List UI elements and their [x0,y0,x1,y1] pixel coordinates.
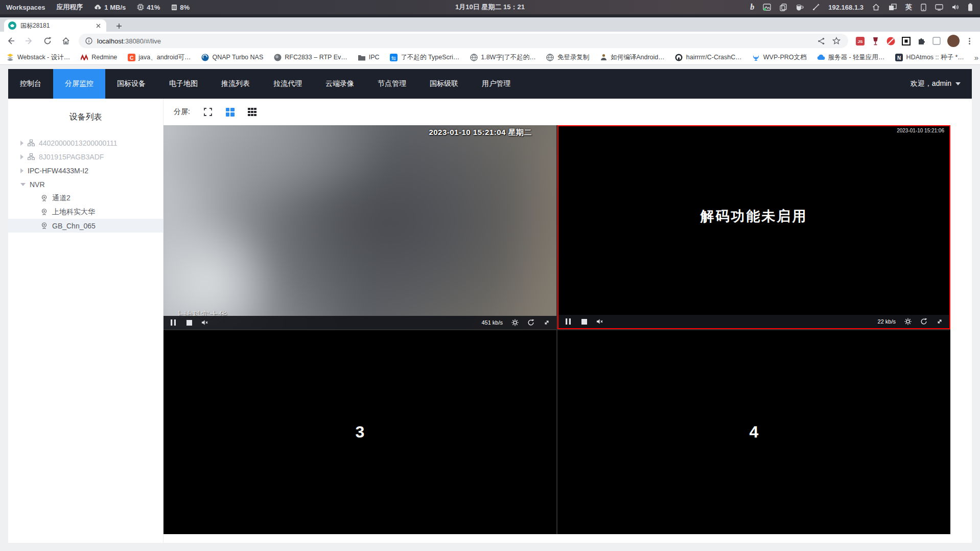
reload-button[interactable] [42,35,53,47]
tree-item-device[interactable]: IPC-HFW4433M-I2 [8,164,163,177]
content-panel: 设备列表 44020000013200000111 8J01915PAGB3AD… [8,99,972,543]
display-tray-icon[interactable] [935,4,943,11]
bookmark-item[interactable]: hairrrrr/C-CrashC… [675,53,742,61]
bookmark-item[interactable]: Webstack - 设计… [6,53,70,62]
video-cell-3[interactable]: 3 [164,330,556,534]
tree-item-device-expanded[interactable]: NVR [8,177,163,191]
wvp-icon [752,53,760,61]
extension-wine-icon[interactable] [871,36,880,45]
tree-item-device[interactable]: 44020000013200000111 [8,136,163,150]
back-button[interactable] [5,35,16,47]
bookmarks-overflow-chevron[interactable]: » [974,53,980,62]
stop-icon[interactable] [185,319,193,326]
refresh-icon[interactable] [527,319,534,326]
nav-tab-nodes[interactable]: 节点管理 [366,69,418,99]
applications-menu[interactable]: 应用程序 [56,3,83,12]
browser-tab[interactable]: 国标28181 [4,19,106,32]
bookmark-item[interactable]: WVP-PRO文档 [752,53,807,62]
site-info-icon[interactable] [85,37,93,45]
nav-tab-split-monitor[interactable]: 分屏监控 [53,69,105,99]
expand-arrow-icon[interactable] [20,154,24,159]
user-menu[interactable]: 欢迎，admin [911,69,972,99]
nav-tab-map[interactable]: 电子地图 [157,69,209,99]
clipboard-tray-icon[interactable] [780,4,787,11]
battery-tray-icon[interactable] [968,3,973,11]
search-tray-icon[interactable]: b [750,3,754,12]
player-control-bar: 451 kb/s [164,316,556,329]
cell-number: 4 [557,330,950,534]
volume-muted-icon[interactable] [596,318,603,325]
nav-tab-gb-devices[interactable]: 国标设备 [105,69,157,99]
bookmark-item[interactable]: IPC [358,53,380,61]
input-method-indicator[interactable]: 英 [905,3,912,12]
collapse-arrow-icon[interactable] [20,183,26,186]
bookmark-item[interactable]: N HDAtmos :: 种子 *… [895,53,964,62]
coffee-tray-icon[interactable] [796,4,804,11]
volume-tray-icon[interactable] [952,4,959,10]
bookmark-item[interactable]: RFC2833 – RTP Ev… [273,53,347,61]
nav-tab-push-list[interactable]: 推流列表 [209,69,262,99]
expand-arrow-icon[interactable] [20,168,24,173]
ip-address-indicator[interactable]: 192.168.1.3 [828,4,864,11]
workspaces-button[interactable]: Workspaces [6,4,45,11]
extension-puzzle-icon[interactable] [917,36,926,45]
nav-tab-users[interactable]: 用户管理 [470,69,522,99]
tab-close-icon[interactable] [94,21,102,30]
expand-icon[interactable] [543,319,550,326]
extension-js-icon[interactable]: JS [855,36,865,45]
nav-tab-cloud-record[interactable]: 云端录像 [314,69,366,99]
volume-muted-icon[interactable] [201,319,208,326]
net-speed-indicator[interactable]: 1 MB/s [94,4,126,11]
nav-tab-gb-cascade[interactable]: 国标级联 [418,69,470,99]
bookmark-item[interactable]: 服务器 - 轻量应用… [817,53,885,62]
cpu-indicator[interactable]: 41% [137,4,160,11]
decode-disabled-message: 解码功能未启用 [558,207,949,225]
tree-item-channel[interactable]: 上地科实大华 [8,205,163,219]
home-button[interactable] [60,35,72,47]
share-icon[interactable] [815,35,827,47]
bookmark-item[interactable]: 1.8W字|了不起的… [470,53,535,62]
pause-icon[interactable] [170,319,177,326]
bookmark-item[interactable]: 免登录复制 [546,53,590,62]
nav-tab-console[interactable]: 控制台 [8,69,53,99]
video-cell-2[interactable]: 2023-01-10 15:21:06 解码功能未启用 22 [557,125,950,329]
new-tab-button[interactable] [113,20,125,32]
tool-tray-icon[interactable] [812,4,820,11]
url-bar[interactable]: localhost:38080/#/live [79,34,848,48]
windows-tray-icon[interactable] [889,4,897,11]
video-osd-timestamp: 2023-01-10 15:21:06 [897,128,944,133]
phone-tray-icon[interactable] [921,4,926,11]
nav-tab-pull-proxy[interactable]: 拉流代理 [262,69,314,99]
settings-gear-icon[interactable] [904,318,912,325]
profile-avatar[interactable] [947,35,960,47]
video-cell-4[interactable]: 4 [557,330,950,534]
home-tray-icon[interactable] [872,4,880,11]
bookmark-item[interactable]: 知 了不起的 TypeScri… [390,53,460,62]
net-speed-value: 1 MB/s [104,4,126,11]
bookmark-item[interactable]: Redmine [80,53,117,61]
screenshot-tray-icon[interactable] [763,4,771,11]
video-cell-1[interactable]: 2023-01-10 15:21:04 星期二 上地科实大华 [164,125,556,329]
bookmark-item[interactable]: C java、android可… [127,53,191,62]
refresh-icon[interactable] [920,318,927,325]
extension-blocker-icon[interactable] [886,36,895,45]
extension-frame-icon[interactable] [901,36,911,45]
tree-item-channel-selected[interactable]: GB_Chn_065 [8,219,163,233]
bookmark-item[interactable]: QNAP Turbo NAS [201,53,263,61]
split-3x3-icon[interactable] [248,108,256,117]
pause-icon[interactable] [565,318,572,325]
tree-item-channel[interactable]: 通道2 [8,191,163,205]
tree-item-device[interactable]: 8J01915PAGB3ADF [8,150,163,164]
split-2x2-icon[interactable] [226,108,235,117]
bookmark-star-icon[interactable] [831,35,842,47]
expand-arrow-icon[interactable] [20,141,24,146]
extension-blank-icon[interactable] [932,36,941,45]
bookmark-item[interactable]: 如何编译Android… [599,53,665,62]
stop-icon[interactable] [580,318,588,325]
fullscreen-icon[interactable] [203,107,213,117]
browser-menu-icon[interactable] [966,38,973,44]
forward-button[interactable] [24,35,35,47]
memory-indicator[interactable]: 8% [171,4,190,11]
settings-gear-icon[interactable] [511,319,519,326]
expand-icon[interactable] [936,318,943,325]
